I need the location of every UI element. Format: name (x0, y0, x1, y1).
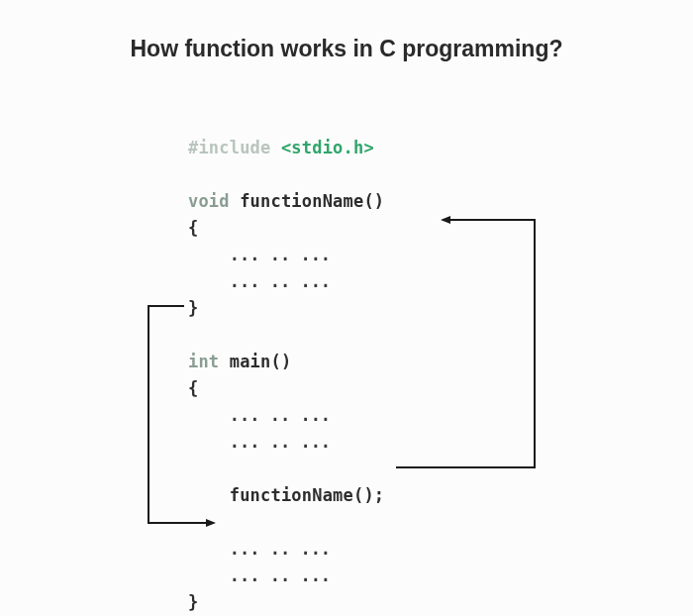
page-title: How function works in C programming? (0, 36, 693, 62)
main-body-line: ... .. ... (230, 539, 331, 559)
arrow-call-to-definition (396, 220, 535, 467)
main-close-brace: } (188, 592, 198, 612)
main-body-line: ... .. ... (230, 565, 331, 585)
fn-body-line: ... .. ... (230, 245, 331, 264)
include-lib: <stdio.h> (281, 138, 374, 157)
fn-return-type: void (188, 191, 230, 211)
include-directive: #include (188, 138, 270, 157)
fn-name: functionName (240, 191, 363, 211)
function-call: functionName(); (230, 485, 385, 505)
fn-parens: () (363, 191, 384, 211)
main-return-type: int (188, 352, 219, 371)
main-parens: () (271, 352, 292, 371)
main-body-line: ... .. ... (230, 432, 331, 452)
fn-open-brace: { (188, 218, 198, 238)
main-body-line: ... .. ... (230, 405, 331, 425)
fn-body-line: ... .. ... (230, 271, 331, 291)
main-open-brace: { (188, 378, 198, 398)
fn-close-brace: } (188, 298, 198, 318)
code-block: #include <stdio.h> void functionName() {… (188, 135, 384, 616)
main-name: main (230, 352, 271, 371)
